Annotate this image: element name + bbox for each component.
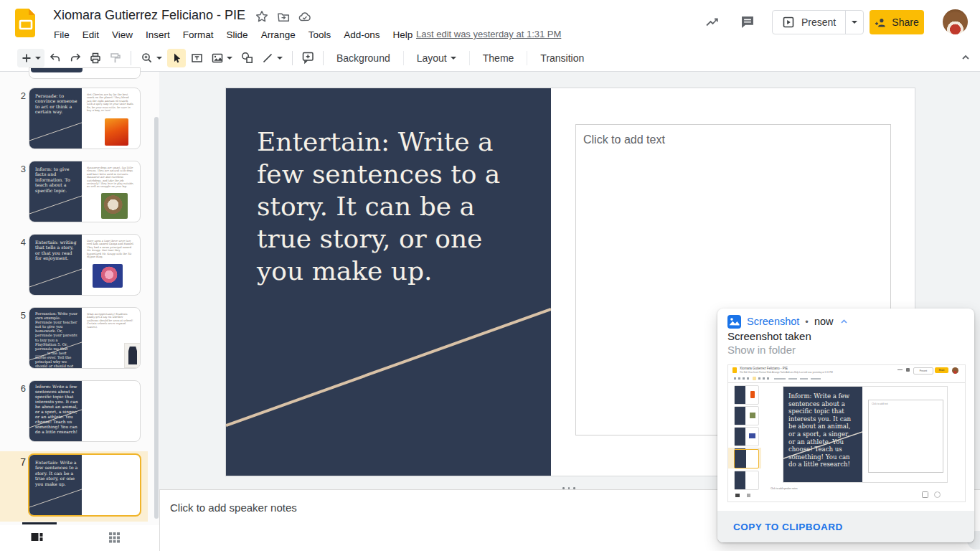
select-tool-button[interactable] bbox=[167, 49, 186, 67]
comments-icon[interactable] bbox=[740, 14, 755, 30]
notes-resize-handle[interactable] bbox=[562, 487, 575, 489]
captain-underpants-image bbox=[93, 264, 123, 288]
slide-diagonal-line bbox=[226, 88, 551, 476]
undo-icon bbox=[49, 52, 62, 64]
transition-button[interactable]: Transition bbox=[533, 49, 591, 67]
insert-line-button[interactable] bbox=[258, 49, 286, 67]
share-label: Share bbox=[892, 17, 918, 28]
copy-to-clipboard-button[interactable]: COPY TO CLIPBOARD bbox=[733, 522, 843, 532]
grid-view-button[interactable] bbox=[108, 532, 121, 543]
screenshot-preview-image[interactable]: Xiomara Gutierrez Feliciano - PIE File E… bbox=[727, 364, 966, 502]
chevron-down-icon bbox=[35, 57, 41, 60]
mini-filmstrip-view-icon bbox=[735, 494, 740, 497]
chevron-down-icon bbox=[451, 57, 456, 60]
menu-file[interactable]: File bbox=[47, 29, 76, 40]
header-bar: Xiomara Gutierrez Feliciano - PIE File E… bbox=[0, 0, 980, 44]
collapse-toolbar-button[interactable] bbox=[960, 52, 971, 63]
print-button[interactable] bbox=[86, 49, 105, 67]
menu-format[interactable]: Format bbox=[176, 29, 220, 40]
thumbnail-title: Entertain: writing that tells a story, o… bbox=[35, 240, 78, 261]
mini-toolbar bbox=[728, 375, 965, 383]
menu-tools[interactable]: Tools bbox=[302, 29, 338, 40]
slide-thumbnail-2[interactable]: Persuade: to convince someone to act or … bbox=[29, 88, 141, 149]
slide-navy-panel[interactable]: Entertain: Write a few sentences to a st… bbox=[226, 88, 551, 476]
menu-insert[interactable]: Insert bbox=[139, 29, 176, 40]
filmstrip-view-button[interactable] bbox=[30, 531, 44, 543]
thumbnail-title: Persuasion: Write your own example. Pers… bbox=[35, 311, 78, 369]
slide-number: 2 bbox=[16, 90, 26, 101]
chevron-up-icon[interactable] bbox=[839, 317, 849, 326]
move-to-folder-icon[interactable] bbox=[277, 11, 290, 24]
present-button-group: Present bbox=[772, 10, 864, 34]
zoom-in-icon bbox=[141, 52, 154, 65]
present-button[interactable]: Present bbox=[773, 11, 845, 34]
cloud-saved-icon[interactable] bbox=[298, 11, 311, 24]
menu-addons[interactable]: Add-ons bbox=[337, 29, 386, 40]
cursor-icon bbox=[170, 52, 183, 65]
menu-edit[interactable]: Edit bbox=[76, 29, 105, 40]
thumbnail-navy-block: Entertain: Write a few sentences to a st… bbox=[29, 455, 82, 515]
slide-number: 7 bbox=[16, 456, 26, 468]
partial-next-slide-indicator bbox=[22, 522, 57, 524]
slide-thumbnail-6[interactable]: Inform: Write a few sentences about a sp… bbox=[29, 380, 141, 442]
thumbnail-title: Inform: to give facts and information. T… bbox=[35, 166, 78, 193]
mini-share-button: Share bbox=[935, 367, 948, 373]
notification-separator: • bbox=[805, 316, 809, 327]
toolbar-separator bbox=[527, 51, 527, 65]
star-icon[interactable] bbox=[255, 10, 268, 23]
mini-comment-icon bbox=[906, 368, 910, 372]
mini-explore-icon bbox=[922, 491, 928, 498]
chevron-down-icon bbox=[156, 57, 162, 60]
present-dropdown-button[interactable] bbox=[845, 11, 863, 34]
account-avatar[interactable] bbox=[943, 9, 968, 34]
slide-thumbnail-3[interactable]: Inform: to give facts and information. T… bbox=[29, 161, 141, 222]
slide-thumbnail-7-selected[interactable]: Entertain: Write a few sentences to a st… bbox=[28, 453, 141, 517]
text-box-button[interactable] bbox=[187, 49, 206, 67]
theme-button[interactable]: Theme bbox=[476, 49, 522, 67]
undo-button[interactable] bbox=[46, 49, 65, 67]
toolbar: Background Layout Theme Transition bbox=[0, 44, 980, 72]
mini-thumb-selected bbox=[734, 449, 759, 468]
paint-format-button[interactable] bbox=[106, 49, 125, 67]
screenshot-notification[interactable]: Screenshot • now Screenshot taken Show i… bbox=[717, 309, 974, 542]
slide-thumbnail-1-partial[interactable] bbox=[29, 67, 141, 79]
last-edit-link[interactable]: Last edit was yesterday at 1:31 PM bbox=[416, 29, 561, 39]
paint-roller-icon bbox=[109, 52, 122, 65]
mini-doc-title: Xiomara Gutierrez Feliciano - PIE bbox=[740, 367, 788, 370]
menu-bar: File Edit View Insert Format Slide Arran… bbox=[47, 27, 419, 42]
insert-image-button[interactable] bbox=[207, 49, 236, 67]
slide-number: 6 bbox=[16, 383, 26, 394]
background-label: Background bbox=[336, 52, 390, 64]
insert-shape-button[interactable] bbox=[237, 49, 256, 67]
notification-title: Screenshot taken bbox=[727, 330, 811, 342]
toolbar-separator bbox=[131, 51, 131, 65]
chevron-down-icon bbox=[852, 21, 857, 24]
menu-slide[interactable]: Slide bbox=[220, 29, 255, 40]
menu-arrange[interactable]: Arrange bbox=[255, 29, 302, 40]
zoom-button[interactable] bbox=[137, 49, 166, 67]
image-icon bbox=[211, 52, 224, 65]
document-title[interactable]: Xiomara Gutierrez Feliciano - PIE bbox=[53, 8, 245, 23]
mini-thumb bbox=[734, 406, 759, 425]
slide-thumbnail-4[interactable]: Entertain: writing that tells a story, o… bbox=[29, 234, 141, 296]
show-in-folder-link[interactable]: Show in folder bbox=[727, 344, 796, 356]
slides-logo-icon[interactable] bbox=[15, 9, 37, 37]
background-button[interactable]: Background bbox=[329, 49, 397, 67]
thumbnail-title: Entertain: Write a few sentences to a st… bbox=[35, 460, 78, 486]
mini-grid-view-icon bbox=[747, 494, 750, 497]
new-slide-button[interactable] bbox=[17, 49, 44, 67]
menu-view[interactable]: View bbox=[105, 29, 139, 40]
thumbnail-title: Persuade: to convince someone to act or … bbox=[35, 93, 78, 115]
notification-header: Screenshot • now bbox=[727, 314, 849, 329]
thumbnail-body-text: Once upon a time there were two cool kid… bbox=[87, 240, 134, 258]
share-button[interactable]: Share bbox=[870, 10, 924, 34]
filmstrip-scrollbar[interactable] bbox=[154, 117, 159, 519]
slide-filmstrip: 2 Persuade: to convince someone to act o… bbox=[0, 72, 159, 525]
activity-trend-icon[interactable] bbox=[705, 16, 720, 29]
redo-button[interactable] bbox=[66, 49, 85, 67]
insert-comment-button[interactable] bbox=[298, 49, 317, 67]
menu-help[interactable]: Help bbox=[386, 29, 419, 40]
slide-thumbnail-5[interactable]: Persuasion: Write your own example. Pers… bbox=[29, 307, 141, 369]
grid-view-icon bbox=[108, 532, 121, 543]
layout-button[interactable]: Layout bbox=[410, 49, 463, 67]
